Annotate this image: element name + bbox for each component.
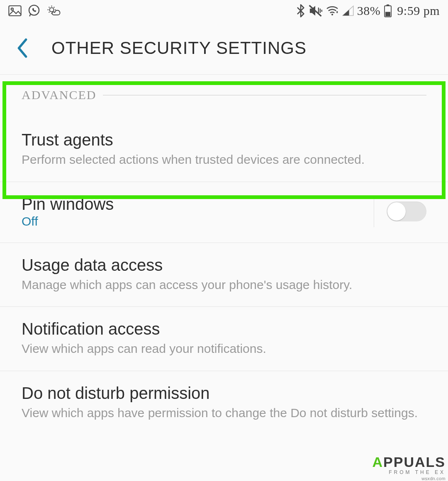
weather-icon	[46, 5, 63, 17]
status-bar: 38% 9:59 pm	[0, 0, 448, 22]
settings-list: ADVANCED Trust agents Perform selected a…	[0, 75, 448, 435]
item-state: Off	[22, 214, 364, 228]
item-usage-data-access[interactable]: Usage data access Manage which apps can …	[0, 243, 448, 307]
battery-percent: 38%	[357, 4, 381, 18]
svg-rect-0	[9, 6, 21, 16]
section-label: ADVANCED	[22, 88, 96, 102]
svg-rect-6	[387, 5, 390, 6]
item-notification-access[interactable]: Notification access View which apps can …	[0, 307, 448, 371]
item-title: Pin windows	[22, 194, 364, 214]
svg-rect-7	[385, 12, 390, 17]
gallery-icon	[8, 5, 22, 17]
app-bar: OTHER SECURITY SETTINGS	[0, 22, 448, 75]
watermark-tagline: FROM THE EX	[373, 469, 446, 475]
clock-time: 9:59 pm	[397, 4, 440, 18]
page-title: OTHER SECURITY SETTINGS	[51, 38, 307, 58]
back-button[interactable]	[13, 39, 32, 57]
pin-windows-toggle[interactable]	[387, 202, 426, 221]
watermark-brand-rest: PPUALS	[383, 454, 446, 470]
item-subtitle: View which apps have permission to chang…	[22, 405, 426, 421]
status-left-icons	[8, 4, 63, 17]
toggle-separator	[374, 196, 374, 227]
watermark-brand: APPUALS	[373, 454, 446, 470]
watermark-brand-a: A	[373, 454, 384, 470]
item-subtitle: View which apps can read your notificati…	[22, 341, 426, 357]
section-header-advanced: ADVANCED	[0, 75, 448, 102]
item-pin-windows[interactable]: Pin windows Off	[0, 182, 448, 243]
watermark-site: wsxdn.com	[373, 476, 446, 481]
svg-point-3	[50, 8, 54, 12]
watermark: APPUALS FROM THE EX wsxdn.com	[373, 454, 446, 481]
battery-icon	[384, 4, 392, 17]
item-title: Notification access	[22, 319, 426, 338]
item-title: Do not disturb permission	[22, 384, 426, 403]
item-title: Usage data access	[22, 255, 426, 275]
section-divider	[103, 95, 426, 95]
item-dnd-permission[interactable]: Do not disturb permission View which app…	[0, 371, 448, 435]
item-title: Trust agents	[22, 130, 426, 149]
mute-vibrate-icon	[308, 4, 322, 17]
whatsapp-icon	[27, 4, 41, 17]
status-right-icons: 38% 9:59 pm	[297, 4, 440, 18]
wifi-icon	[326, 5, 339, 16]
item-subtitle: Manage which apps can access your phone'…	[22, 277, 426, 293]
toggle-knob	[387, 202, 406, 221]
item-trust-agents[interactable]: Trust agents Perform selected actions wh…	[0, 102, 448, 182]
bluetooth-icon	[297, 4, 305, 17]
svg-point-4	[331, 14, 333, 15]
item-subtitle: Perform selected actions when trusted de…	[22, 152, 426, 168]
signal-icon	[342, 5, 354, 16]
svg-point-1	[11, 8, 13, 10]
